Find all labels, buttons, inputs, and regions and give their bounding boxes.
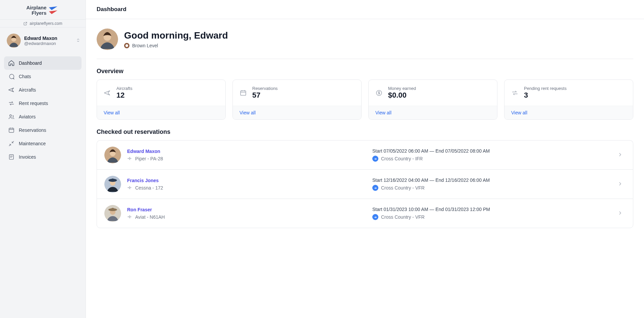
plane-icon bbox=[127, 214, 132, 220]
greeting-title: Good morning, Edward bbox=[124, 30, 228, 41]
sidebar-item-reservations[interactable]: Reservations bbox=[4, 123, 82, 137]
reservation-time: Start 01/31/2023 10:00 AM — End 01/31/20… bbox=[372, 207, 611, 212]
sidebar-item-label: Reservations bbox=[19, 127, 46, 133]
view-all-link[interactable]: View all bbox=[375, 110, 391, 115]
plane-icon bbox=[104, 89, 111, 97]
stat-label: Pending rent requests bbox=[524, 86, 567, 91]
view-all-link[interactable]: View all bbox=[511, 110, 527, 115]
reservation-avatar bbox=[104, 205, 121, 222]
stat-value: 3 bbox=[524, 91, 567, 100]
level-badge-label: Brown Level bbox=[132, 43, 158, 48]
reservation-aircraft: Piper - PA-28 bbox=[135, 156, 163, 161]
brand-logo: Airplane Flyers bbox=[0, 0, 86, 19]
home-icon bbox=[8, 60, 15, 66]
reservation-time: Start 07/05/2022 06:00 AM — End 07/05/20… bbox=[372, 148, 611, 154]
stat-card-money: Money earned$0.00View all bbox=[368, 80, 497, 120]
stat-card-reservations: Reservations57View all bbox=[232, 80, 362, 120]
sidebar-item-maintenance[interactable]: Maintenance bbox=[4, 137, 82, 150]
flight-type-icon: ➜ bbox=[372, 156, 378, 162]
chevron-right-icon bbox=[618, 210, 626, 217]
sidebar-nav: DashboardChatsAircraftsRent requestsAvia… bbox=[0, 54, 86, 166]
sidebar-item-rent[interactable]: Rent requests bbox=[4, 97, 82, 110]
stat-label: Money earned bbox=[388, 86, 416, 91]
stats-grid: Aircrafts12View allReservations57View al… bbox=[97, 80, 633, 120]
reservation-type: Cross Country - VFR bbox=[381, 185, 425, 191]
reservation-aircraft: Aviat - N61AH bbox=[135, 214, 165, 220]
stat-value: 12 bbox=[116, 91, 132, 100]
site-link[interactable]: airplaneflyers.com bbox=[0, 19, 86, 28]
plane-icon bbox=[127, 156, 132, 161]
overview-title: Overview bbox=[97, 68, 633, 75]
sidebar-item-label: Rent requests bbox=[19, 101, 48, 106]
sidebar: Airplane Flyers airplaneflyers.com Edwar… bbox=[0, 0, 86, 318]
sidebar-item-label: Aircrafts bbox=[19, 87, 36, 93]
sidebar-avatar bbox=[7, 34, 21, 48]
swap-icon bbox=[8, 100, 15, 107]
flight-type-icon: ➜ bbox=[372, 185, 378, 191]
brand-line-2: Flyers bbox=[26, 10, 46, 16]
sidebar-user-name: Edward Maxon bbox=[24, 36, 57, 41]
sidebar-item-aviators[interactable]: Aviators bbox=[4, 110, 82, 123]
view-all-link[interactable]: View all bbox=[239, 110, 256, 115]
chevron-right-icon bbox=[618, 181, 626, 188]
stat-label: Reservations bbox=[252, 86, 278, 91]
view-all-link[interactable]: View all bbox=[104, 110, 120, 115]
sidebar-item-label: Dashboard bbox=[19, 60, 42, 66]
level-badge-icon bbox=[124, 43, 129, 48]
reservation-row[interactable]: Francis JonesCessna - 172Start 12/16/202… bbox=[97, 169, 633, 199]
tools-icon bbox=[8, 140, 15, 147]
reservation-type: Cross Country - VFR bbox=[381, 214, 425, 220]
plane-icon bbox=[8, 87, 15, 93]
main: Dashboard Good morning, Edward Brown Lev… bbox=[86, 0, 644, 318]
greeting-avatar bbox=[97, 29, 118, 50]
dollar-icon bbox=[375, 89, 383, 97]
stat-card-pending: Pending rent requests3View all bbox=[504, 80, 633, 120]
external-link-icon bbox=[23, 21, 28, 26]
sidebar-user-handle: @edwardmaxon bbox=[24, 41, 57, 46]
sidebar-item-chats[interactable]: Chats bbox=[4, 70, 82, 83]
reservations-list: Edward MaxonPiper - PA-28Start 07/05/202… bbox=[97, 140, 633, 228]
reservation-avatar bbox=[104, 176, 121, 193]
page-title: Dashboard bbox=[86, 0, 644, 19]
brand-logo-icon bbox=[48, 5, 59, 16]
users-icon bbox=[8, 113, 15, 120]
reservation-name: Edward Maxon bbox=[127, 149, 366, 154]
chevron-right-icon bbox=[618, 152, 626, 158]
reservation-type: Cross Country - IFR bbox=[381, 156, 423, 161]
brand-line-1: Airplane bbox=[26, 5, 46, 10]
plane-icon bbox=[127, 185, 132, 191]
sidebar-item-aircrafts[interactable]: Aircrafts bbox=[4, 83, 82, 97]
greeting-header: Good morning, Edward Brown Level bbox=[97, 29, 633, 59]
chat-icon bbox=[8, 73, 15, 80]
reservation-row[interactable]: Ron FraserAviat - N61AHStart 01/31/2023 … bbox=[97, 199, 633, 228]
site-link-text: airplaneflyers.com bbox=[30, 21, 62, 26]
stat-value: 57 bbox=[252, 91, 278, 100]
reservation-row[interactable]: Edward MaxonPiper - PA-28Start 07/05/202… bbox=[97, 140, 633, 169]
swap-icon bbox=[511, 89, 519, 97]
reservation-avatar bbox=[104, 147, 121, 163]
reservation-time: Start 12/16/2022 04:00 AM — End 12/16/20… bbox=[372, 177, 611, 183]
calendar-icon bbox=[8, 127, 15, 134]
sidebar-item-label: Chats bbox=[19, 74, 31, 79]
stat-card-aircrafts: Aircrafts12View all bbox=[97, 80, 226, 120]
sidebar-item-invoices[interactable]: Invoices bbox=[4, 150, 82, 164]
chevron-up-down-icon bbox=[75, 38, 81, 44]
sidebar-item-label: Maintenance bbox=[19, 141, 46, 146]
calendar-icon bbox=[239, 89, 247, 97]
stat-value: $0.00 bbox=[388, 91, 416, 100]
reservations-title: Checked out reservations bbox=[97, 128, 633, 136]
reservation-name: Francis Jones bbox=[127, 178, 366, 183]
invoice-icon bbox=[8, 154, 15, 160]
sidebar-user-card[interactable]: Edward Maxon @edwardmaxon bbox=[0, 28, 86, 54]
reservation-aircraft: Cessna - 172 bbox=[135, 185, 163, 191]
sidebar-item-dashboard[interactable]: Dashboard bbox=[4, 56, 82, 70]
stat-label: Aircrafts bbox=[116, 86, 132, 91]
sidebar-item-label: Aviators bbox=[19, 114, 36, 119]
reservation-name: Ron Fraser bbox=[127, 207, 366, 212]
flight-type-icon: ➜ bbox=[372, 214, 378, 220]
sidebar-item-label: Invoices bbox=[19, 154, 36, 160]
